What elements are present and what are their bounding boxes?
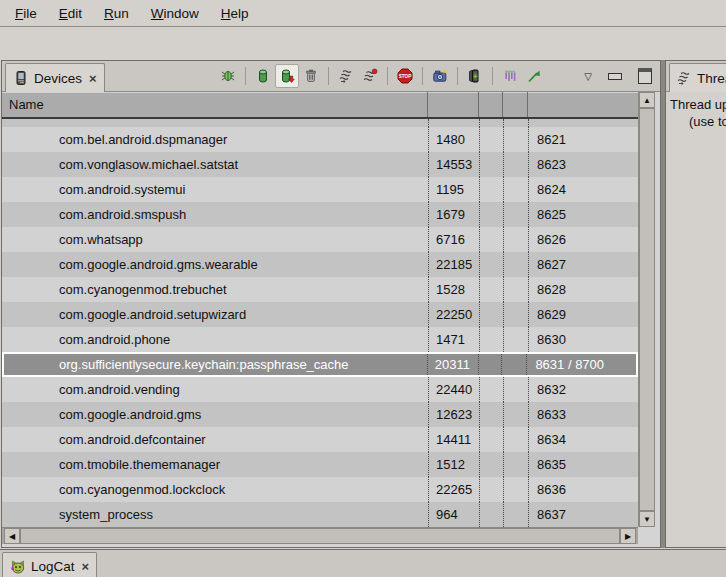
process-name-cell: com.whatsapp	[2, 227, 428, 252]
blank-cell	[479, 302, 503, 327]
devices-view: Devices ×	[1, 60, 661, 548]
column-header-blank2[interactable]	[503, 92, 528, 117]
tab-threads[interactable]: Threads	[669, 63, 726, 92]
blank-cell	[479, 177, 503, 202]
menu-item[interactable]: Run	[93, 3, 140, 24]
close-icon[interactable]: ×	[80, 559, 90, 574]
screen-record-icon[interactable]	[463, 64, 487, 88]
scroll-down-icon[interactable]: ▼	[639, 511, 655, 527]
table-row[interactable]: com.vonglasow.michael.satstat 14553 8623	[2, 152, 638, 177]
process-rows: com.bel.android.dspmanager 1480 8621 com…	[2, 127, 638, 527]
blank-cell	[479, 327, 503, 352]
horizontal-scrollbar[interactable]: ◀ ▶	[2, 527, 638, 544]
threads-message-line1: Thread updates not enabled for selected …	[670, 97, 726, 112]
blank-cell	[479, 277, 503, 302]
blank-cell	[501, 354, 526, 375]
process-name-cell: com.android.systemui	[2, 177, 428, 202]
minimize-icon[interactable]	[608, 73, 622, 80]
process-name-cell: com.google.android.setupwizard	[2, 302, 428, 327]
blank-cell	[479, 152, 503, 177]
screen-capture-icon[interactable]	[428, 64, 452, 88]
process-name-cell: com.google.android.gms	[2, 402, 428, 427]
devices-tabbar: Devices ×	[2, 61, 660, 92]
update-threads-icon[interactable]	[334, 64, 358, 88]
process-pid-cell: 6716	[428, 227, 479, 252]
menu-item[interactable]: Help	[210, 3, 260, 24]
blank-cell	[479, 427, 503, 452]
stop-process-icon[interactable]: STOP	[393, 64, 417, 88]
tab-devices[interactable]: Devices ×	[5, 63, 105, 92]
process-name-cell: com.cyanogenmod.trebuchet	[2, 277, 428, 302]
process-port-cell: 8634	[528, 427, 638, 452]
table-row[interactable]: com.bel.android.dspmanager 1480 8621	[2, 127, 638, 152]
blank-cell	[503, 377, 528, 402]
column-header-name[interactable]: Name	[2, 92, 428, 117]
blank-cell	[479, 202, 503, 227]
table-row[interactable]: com.google.android.gms.wearable 22185 86…	[2, 252, 638, 277]
process-port-cell: 8629	[528, 302, 638, 327]
dump-hprof-icon[interactable]	[275, 64, 299, 88]
toolbar-separator	[387, 67, 388, 85]
view-menu-icon[interactable]: ▽	[584, 71, 592, 82]
close-icon[interactable]: ×	[87, 71, 97, 86]
column-header-blank1[interactable]	[479, 92, 503, 117]
tab-logcat[interactable]: LogCat ×	[2, 552, 97, 577]
process-name-cell: com.bel.android.dspmanager	[2, 127, 428, 152]
tab-devices-label: Devices	[34, 71, 82, 86]
table-row[interactable]: com.android.smspush 1679 8625	[2, 202, 638, 227]
vertical-scrollbar[interactable]: ▲ ▼	[638, 92, 655, 527]
systrace-icon[interactable]	[498, 64, 522, 88]
process-table: com.bel.android.dspmanager 1480 8621 com…	[2, 119, 638, 527]
scroll-right-icon[interactable]: ▶	[620, 528, 636, 544]
process-pid-cell: 1528	[428, 277, 479, 302]
logcat-cat-icon	[10, 559, 26, 575]
maximize-icon[interactable]	[638, 68, 652, 84]
horizontal-scrollbar-thumb[interactable]	[20, 528, 620, 544]
menu-item[interactable]: File	[4, 3, 48, 24]
table-row[interactable]: com.android.systemui 1195 8624	[2, 177, 638, 202]
table-row[interactable]: com.android.defcontainer 14411 8634	[2, 427, 638, 452]
threads-tabbar: Threads	[666, 61, 726, 92]
debug-process-icon[interactable]	[216, 64, 240, 88]
logcat-view: LogCat ×	[0, 549, 726, 577]
process-pid-cell: 14553	[428, 152, 479, 177]
process-pid-cell: 14411	[428, 427, 479, 452]
process-pid-cell: 20311	[427, 354, 478, 375]
toolbar-separator	[492, 67, 493, 85]
process-port-cell: 8623	[528, 152, 638, 177]
blank-cell	[479, 402, 503, 427]
table-header: Name	[2, 92, 638, 119]
partial-row	[2, 119, 638, 127]
table-row[interactable]: com.google.android.setupwizard 22250 862…	[2, 302, 638, 327]
process-pid-cell: 1471	[428, 327, 479, 352]
process-pid-cell: 964	[428, 502, 479, 527]
table-row[interactable]: com.whatsapp 6716 8626	[2, 227, 638, 252]
menu-item[interactable]: Window	[140, 3, 210, 24]
blank-cell	[503, 302, 528, 327]
threads-message-line2: (use toolbar button to enable)	[689, 114, 726, 129]
table-row[interactable]: com.cyanogenmod.trebuchet 1528 8628	[2, 277, 638, 302]
process-name-cell: com.android.vending	[2, 377, 428, 402]
opengl-trace-icon[interactable]	[522, 64, 546, 88]
cause-gc-icon[interactable]	[299, 64, 323, 88]
table-row[interactable]: com.android.vending 22440 8632	[2, 377, 638, 402]
table-row[interactable]: com.google.android.gms 12623 8633	[2, 402, 638, 427]
table-row[interactable]: system_process 964 8637	[2, 502, 638, 527]
column-header-port[interactable]	[528, 92, 638, 117]
vertical-scrollbar-thumb[interactable]	[639, 108, 655, 511]
scroll-up-icon[interactable]: ▲	[639, 92, 655, 108]
start-method-profiling-icon[interactable]	[358, 64, 382, 88]
column-header-pid[interactable]	[428, 92, 479, 117]
scroll-left-icon[interactable]: ◀	[4, 528, 20, 544]
blank-cell	[479, 127, 503, 152]
table-row[interactable]: com.android.phone 1471 8630	[2, 327, 638, 352]
table-row[interactable]: org.sufficientlysecure.keychain:passphra…	[2, 352, 638, 377]
process-name-cell: com.google.android.gms.wearable	[2, 252, 428, 277]
table-row[interactable]: com.tmobile.thememanager 1512 8635	[2, 452, 638, 477]
threads-view: Threads Thread updates not enabled for s…	[665, 60, 726, 548]
menu-item[interactable]: Edit	[48, 3, 93, 24]
table-row[interactable]: com.cyanogenmod.lockclock 22265 8636	[2, 477, 638, 502]
blank-cell	[503, 152, 528, 177]
toolbar-separator	[422, 67, 423, 85]
update-heap-icon[interactable]	[251, 64, 275, 88]
